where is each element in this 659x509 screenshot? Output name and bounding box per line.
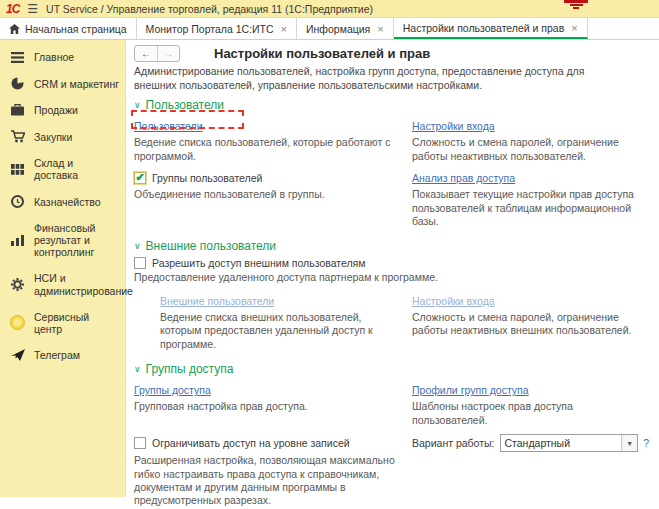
back-button[interactable]: ← xyxy=(135,46,157,61)
sidebar-item-label: Склад и доставка xyxy=(34,157,119,181)
allow-external-access-description: Предоставление удаленного доступа партне… xyxy=(134,271,649,284)
section-external-title: Внешние пользователи xyxy=(146,239,276,253)
forward-button[interactable]: → xyxy=(157,46,179,61)
work-variant-value: Стандартный xyxy=(501,435,622,451)
sidebar-item-label: CRM и маркетинг xyxy=(34,78,119,90)
page-description: Администрирование пользователей, настрой… xyxy=(134,65,614,92)
sidebar-item-label: Сервисный центр xyxy=(34,311,119,335)
sidebar-item-purchases[interactable]: Закупки xyxy=(0,123,125,150)
briefcase-icon xyxy=(10,104,25,116)
users-link[interactable]: Пользователи xyxy=(134,120,203,132)
section-users: ∨ Пользователи Пользователи Настройки вх… xyxy=(134,98,649,233)
sidebar-item-telegram[interactable]: Телеграм xyxy=(0,342,125,368)
tab-user-settings[interactable]: Настройки пользователей и прав × xyxy=(394,18,588,39)
section-access-groups-title: Группы доступа xyxy=(146,362,234,376)
gear-icon xyxy=(10,278,25,291)
sidebar-item-warehouse[interactable]: Склад и доставка xyxy=(0,150,125,188)
coin-icon xyxy=(10,195,25,208)
work-variant-label: Вариант работы: xyxy=(412,437,495,449)
window-title: UT Service / Управление торговлей, редак… xyxy=(46,3,373,15)
sidebar-item-finance[interactable]: Финансовый результат и контроллинг xyxy=(0,215,125,265)
user-groups-checkbox-label: Группы пользователей xyxy=(152,172,262,184)
bar-chart-icon xyxy=(10,235,25,246)
close-icon[interactable]: × xyxy=(377,23,383,35)
section-sidebar: Главное CRM и маркетинг Продажи Закупки … xyxy=(0,40,126,497)
sidebar-item-label: Продажи xyxy=(34,104,78,116)
close-icon[interactable]: × xyxy=(281,23,287,35)
chevron-down-icon: ∨ xyxy=(134,100,141,110)
tab-info-label: Информация xyxy=(306,23,370,35)
paper-plane-icon xyxy=(10,349,25,361)
sidebar-item-label: Казначейство xyxy=(34,196,101,208)
checkbox-checked-icon[interactable]: ✔ xyxy=(134,172,146,184)
cart-icon xyxy=(10,130,25,143)
tab-monitor-label: Монитор Портала 1С:ИТС xyxy=(146,23,274,35)
main-content: ← → Настройки пользователей и прав Админ… xyxy=(126,40,659,509)
menu-lines-icon xyxy=(10,52,25,63)
tab-home-label: Начальная страница xyxy=(25,23,127,35)
rls-checkbox-label: Ограничивать доступ на уровне записей xyxy=(152,437,350,449)
tab-bar: Начальная страница Монитор Портала 1С:ИТ… xyxy=(0,18,659,40)
sidebar-item-crm[interactable]: CRM и маркетинг xyxy=(0,70,125,97)
chevron-down-icon: ∨ xyxy=(134,241,141,251)
section-access-groups: ∨ Группы доступа Группы доступа Профили … xyxy=(134,362,649,509)
users-link-description: Ведение списка пользователей, которые ра… xyxy=(134,136,402,163)
help-icon[interactable]: ? xyxy=(643,437,649,449)
access-groups-link[interactable]: Группы доступа xyxy=(134,384,211,396)
home-icon xyxy=(9,24,20,34)
external-login-settings-link[interactable]: Настройки входа xyxy=(412,295,495,307)
login-settings-description: Сложность и смена паролей, ограничение р… xyxy=(412,136,649,163)
red-funnel-icon xyxy=(563,0,589,9)
external-users-link[interactable]: Внешние пользователи xyxy=(160,295,274,307)
sidebar-item-service-center[interactable]: Сервисный центр xyxy=(0,304,125,342)
external-login-settings-description: Сложность и смена паролей, ограничение р… xyxy=(412,311,649,351)
access-group-profiles-link[interactable]: Профили групп доступа xyxy=(412,384,529,396)
yellow-circle-icon xyxy=(10,315,25,330)
section-users-header[interactable]: ∨ Пользователи xyxy=(134,98,649,112)
1c-logo-icon: 1С xyxy=(6,2,19,16)
external-users-description: Ведение списка внешних пользователей, ко… xyxy=(134,311,402,351)
chevron-down-icon[interactable]: ▼ xyxy=(621,435,637,451)
allow-external-access-checkbox-row[interactable]: Разрешить доступ внешним пользователям xyxy=(134,257,649,269)
checkbox-unchecked-icon[interactable] xyxy=(134,257,146,269)
section-users-title: Пользователи xyxy=(146,98,224,112)
sidebar-item-label: Главное xyxy=(34,51,74,63)
sidebar-item-label: НСИ и администрирование xyxy=(34,272,133,296)
sidebar-item-label: Телеграм xyxy=(34,349,80,361)
section-external-header[interactable]: ∨ Внешние пользователи xyxy=(134,239,649,253)
sidebar-item-treasury[interactable]: Казначейство xyxy=(0,188,125,215)
tab-info[interactable]: Информация × xyxy=(297,18,394,39)
access-rights-analysis-link[interactable]: Анализ прав доступа xyxy=(412,172,515,184)
chevron-down-icon: ∨ xyxy=(134,364,141,374)
checkbox-unchecked-icon[interactable] xyxy=(134,437,146,449)
user-groups-description: Объединение пользователей в группы. xyxy=(134,188,402,228)
page-title: Настройки пользователей и прав xyxy=(214,46,430,61)
access-group-profiles-description: Шаблоны настроек прав доступа пользовате… xyxy=(412,400,649,427)
grid-icon xyxy=(10,164,25,175)
work-variant-select[interactable]: Стандартный ▼ xyxy=(500,434,639,452)
sidebar-item-label: Закупки xyxy=(34,131,72,143)
access-rights-analysis-description: Показывает текущие настройки прав доступ… xyxy=(412,188,649,228)
close-icon[interactable]: × xyxy=(571,22,577,34)
main-menu-icon[interactable]: ☰ xyxy=(27,2,38,16)
history-nav: ← → xyxy=(134,45,180,62)
window-titlebar: 1С ☰ UT Service / Управление торговлей, … xyxy=(0,0,659,18)
access-groups-description: Групповая настройка прав доступа. xyxy=(134,400,402,427)
login-settings-link[interactable]: Настройки входа xyxy=(412,120,495,132)
sidebar-item-nsi-admin[interactable]: НСИ и администрирование xyxy=(0,265,125,303)
allow-external-access-label: Разрешить доступ внешним пользователям xyxy=(152,257,366,269)
sidebar-item-main[interactable]: Главное xyxy=(0,44,125,70)
tab-monitor-portal[interactable]: Монитор Портала 1С:ИТС × xyxy=(137,18,297,39)
section-access-groups-header[interactable]: ∨ Группы доступа xyxy=(134,362,649,376)
tab-user-settings-label: Настройки пользователей и прав xyxy=(403,22,565,34)
sidebar-item-sales[interactable]: Продажи xyxy=(0,97,125,123)
pie-chart-icon xyxy=(10,77,25,90)
user-groups-checkbox-row[interactable]: ✔ Группы пользователей xyxy=(134,171,402,184)
section-external-users: ∨ Внешние пользователи Разрешить доступ … xyxy=(134,239,649,356)
tab-home[interactable]: Начальная страница xyxy=(0,18,137,39)
sidebar-item-label: Финансовый результат и контроллинг xyxy=(34,222,119,258)
rls-checkbox-row[interactable]: Ограничивать доступ на уровне записей xyxy=(134,435,402,450)
rls-description: Расширенная настройка, позволяющая макси… xyxy=(134,454,402,508)
